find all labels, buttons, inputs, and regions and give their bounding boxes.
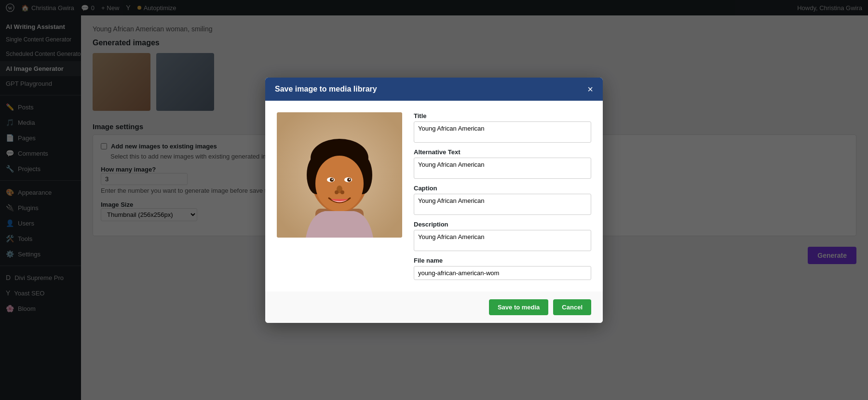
description-textarea[interactable]: Young African American [414, 230, 591, 251]
title-field-group: Title Young African American [414, 112, 591, 143]
svg-point-16 [349, 178, 351, 180]
modal-body: Title Young African American Alternative… [265, 101, 603, 292]
filename-field-group: File name [414, 257, 591, 280]
modal-title: Save image to media library [275, 85, 377, 93]
alt-text-textarea[interactable]: Young African American [414, 158, 591, 179]
svg-point-18 [335, 190, 339, 194]
caption-field-group: Caption Young African American [414, 185, 591, 215]
modal-close-button[interactable]: × [587, 84, 593, 94]
filename-input[interactable] [414, 266, 591, 280]
caption-textarea[interactable]: Young African American [414, 194, 591, 215]
svg-point-10 [315, 156, 364, 212]
portrait-svg [277, 112, 402, 238]
caption-label: Caption [414, 185, 591, 192]
modal-image-container [277, 112, 402, 280]
description-label: Description [414, 221, 591, 228]
title-label: Title [414, 112, 591, 120]
alt-text-label: Alternative Text [414, 148, 591, 156]
cancel-button[interactable]: Cancel [553, 299, 591, 315]
filename-label: File name [414, 257, 591, 264]
modal-fields: Title Young African American Alternative… [414, 112, 591, 280]
svg-point-19 [340, 190, 344, 194]
title-textarea[interactable]: Young African American [414, 121, 591, 143]
save-to-media-button[interactable]: Save to media [489, 299, 548, 315]
svg-point-15 [332, 178, 333, 180]
description-field-group: Description Young African American [414, 221, 591, 251]
modal-header: Save image to media library × [265, 78, 603, 101]
save-image-modal: Save image to media library × [265, 78, 603, 323]
modal-overlay[interactable]: Save image to media library × [0, 0, 868, 400]
modal-footer: Save to media Cancel [265, 292, 603, 323]
alt-text-field-group: Alternative Text Young African American [414, 148, 591, 179]
modal-image-preview [277, 112, 402, 238]
